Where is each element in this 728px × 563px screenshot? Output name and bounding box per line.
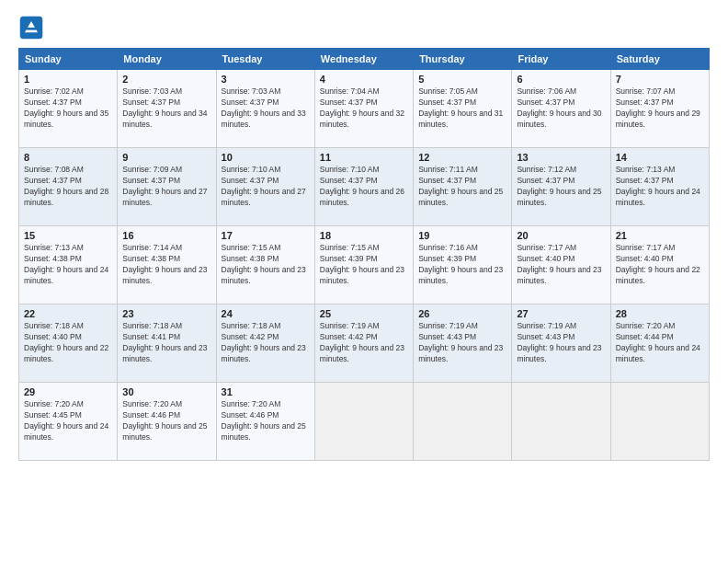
day-number: 2 [122,74,210,85]
week-row-3: 15 Sunrise: 7:13 AM Sunset: 4:38 PM Dayl… [19,226,710,304]
day-cell: 21 Sunrise: 7:17 AM Sunset: 4:40 PM Dayl… [610,226,709,304]
day-number: 10 [222,152,310,163]
day-number: 13 [517,152,605,163]
day-cell [314,383,413,461]
day-number: 26 [418,308,506,319]
day-cell: 18 Sunrise: 7:15 AM Sunset: 4:39 PM Dayl… [314,226,413,304]
day-number: 31 [222,386,310,397]
header-cell-wednesday: Wednesday [314,49,413,70]
day-info: Sunrise: 7:20 AM Sunset: 4:44 PM Dayligh… [616,321,704,365]
day-number: 29 [24,386,112,397]
day-info: Sunrise: 7:20 AM Sunset: 4:45 PM Dayligh… [24,399,112,443]
svg-rect-2 [27,28,37,30]
day-cell: 23 Sunrise: 7:18 AM Sunset: 4:41 PM Dayl… [118,304,216,383]
day-cell: 24 Sunrise: 7:18 AM Sunset: 4:42 PM Dayl… [216,304,314,383]
day-number: 15 [24,230,112,241]
day-cell: 5 Sunrise: 7:05 AM Sunset: 4:37 PM Dayli… [414,70,512,148]
day-info: Sunrise: 7:15 AM Sunset: 4:38 PM Dayligh… [222,243,310,287]
day-number: 16 [122,230,210,241]
header-cell-sunday: Sunday [19,49,118,70]
day-info: Sunrise: 7:14 AM Sunset: 4:38 PM Dayligh… [122,243,210,287]
day-cell [610,383,709,461]
day-cell: 28 Sunrise: 7:20 AM Sunset: 4:44 PM Dayl… [610,304,709,383]
header-cell-friday: Friday [512,49,610,70]
day-info: Sunrise: 7:08 AM Sunset: 4:37 PM Dayligh… [24,165,112,209]
header [18,15,710,40]
day-info: Sunrise: 7:10 AM Sunset: 4:37 PM Dayligh… [222,165,310,209]
week-row-4: 22 Sunrise: 7:18 AM Sunset: 4:40 PM Dayl… [19,304,710,383]
day-number: 22 [24,308,112,319]
day-number: 23 [122,308,210,319]
day-cell [414,383,512,461]
day-cell: 30 Sunrise: 7:20 AM Sunset: 4:46 PM Dayl… [118,383,216,461]
day-cell: 9 Sunrise: 7:09 AM Sunset: 4:37 PM Dayli… [118,148,216,226]
day-info: Sunrise: 7:07 AM Sunset: 4:37 PM Dayligh… [616,86,704,131]
header-cell-saturday: Saturday [610,49,709,70]
day-number: 11 [320,152,408,163]
day-info: Sunrise: 7:19 AM Sunset: 4:42 PM Dayligh… [320,321,408,365]
header-cell-tuesday: Tuesday [216,49,314,70]
day-cell [512,383,610,461]
day-cell: 31 Sunrise: 7:20 AM Sunset: 4:46 PM Dayl… [216,383,314,461]
day-cell: 13 Sunrise: 7:12 AM Sunset: 4:37 PM Dayl… [512,148,610,226]
calendar-body: 1 Sunrise: 7:02 AM Sunset: 4:37 PM Dayli… [19,70,710,461]
day-number: 6 [517,74,605,85]
day-info: Sunrise: 7:04 AM Sunset: 4:37 PM Dayligh… [320,86,408,131]
day-info: Sunrise: 7:18 AM Sunset: 4:42 PM Dayligh… [222,321,310,365]
day-cell: 6 Sunrise: 7:06 AM Sunset: 4:37 PM Dayli… [512,70,610,148]
day-info: Sunrise: 7:05 AM Sunset: 4:37 PM Dayligh… [418,86,506,131]
page: SundayMondayTuesdayWednesdayThursdayFrid… [0,0,728,563]
day-number: 5 [418,74,506,85]
calendar-header: SundayMondayTuesdayWednesdayThursdayFrid… [19,49,710,70]
day-info: Sunrise: 7:15 AM Sunset: 4:39 PM Dayligh… [320,243,408,287]
day-cell: 19 Sunrise: 7:16 AM Sunset: 4:39 PM Dayl… [414,226,512,304]
day-number: 24 [222,308,310,319]
day-number: 14 [616,152,704,163]
day-info: Sunrise: 7:17 AM Sunset: 4:40 PM Dayligh… [616,243,704,287]
day-number: 4 [320,74,408,85]
day-info: Sunrise: 7:06 AM Sunset: 4:37 PM Dayligh… [517,86,605,131]
day-cell: 20 Sunrise: 7:17 AM Sunset: 4:40 PM Dayl… [512,226,610,304]
day-cell: 25 Sunrise: 7:19 AM Sunset: 4:42 PM Dayl… [314,304,413,383]
day-cell: 17 Sunrise: 7:15 AM Sunset: 4:38 PM Dayl… [216,226,314,304]
day-cell: 3 Sunrise: 7:03 AM Sunset: 4:37 PM Dayli… [216,70,314,148]
day-number: 20 [517,230,605,241]
day-cell: 27 Sunrise: 7:19 AM Sunset: 4:43 PM Dayl… [512,304,610,383]
day-info: Sunrise: 7:17 AM Sunset: 4:40 PM Dayligh… [517,243,605,287]
day-cell: 1 Sunrise: 7:02 AM Sunset: 4:37 PM Dayli… [19,70,118,148]
day-number: 21 [616,230,704,241]
day-info: Sunrise: 7:16 AM Sunset: 4:39 PM Dayligh… [418,243,506,287]
day-number: 17 [222,230,310,241]
day-cell: 7 Sunrise: 7:07 AM Sunset: 4:37 PM Dayli… [610,70,709,148]
day-info: Sunrise: 7:11 AM Sunset: 4:37 PM Dayligh… [418,165,506,209]
logo-icon [18,15,44,40]
day-cell: 26 Sunrise: 7:19 AM Sunset: 4:43 PM Dayl… [414,304,512,383]
week-row-2: 8 Sunrise: 7:08 AM Sunset: 4:37 PM Dayli… [19,148,710,226]
day-info: Sunrise: 7:20 AM Sunset: 4:46 PM Dayligh… [222,399,310,443]
day-number: 7 [616,74,704,85]
week-row-1: 1 Sunrise: 7:02 AM Sunset: 4:37 PM Dayli… [19,70,710,148]
day-number: 12 [418,152,506,163]
day-cell: 16 Sunrise: 7:14 AM Sunset: 4:38 PM Dayl… [118,226,216,304]
day-info: Sunrise: 7:13 AM Sunset: 4:37 PM Dayligh… [616,165,704,209]
day-info: Sunrise: 7:12 AM Sunset: 4:37 PM Dayligh… [517,165,605,209]
day-info: Sunrise: 7:18 AM Sunset: 4:40 PM Dayligh… [24,321,112,365]
day-info: Sunrise: 7:09 AM Sunset: 4:37 PM Dayligh… [122,165,210,209]
day-cell: 29 Sunrise: 7:20 AM Sunset: 4:45 PM Dayl… [19,383,118,461]
day-cell: 15 Sunrise: 7:13 AM Sunset: 4:38 PM Dayl… [19,226,118,304]
day-info: Sunrise: 7:13 AM Sunset: 4:38 PM Dayligh… [24,243,112,287]
day-number: 28 [616,308,704,319]
day-cell: 12 Sunrise: 7:11 AM Sunset: 4:37 PM Dayl… [414,148,512,226]
day-number: 19 [418,230,506,241]
day-info: Sunrise: 7:19 AM Sunset: 4:43 PM Dayligh… [418,321,506,365]
day-info: Sunrise: 7:18 AM Sunset: 4:41 PM Dayligh… [122,321,210,365]
day-number: 30 [122,386,210,397]
day-info: Sunrise: 7:19 AM Sunset: 4:43 PM Dayligh… [517,321,605,365]
day-cell: 4 Sunrise: 7:04 AM Sunset: 4:37 PM Dayli… [314,70,413,148]
header-cell-thursday: Thursday [414,49,512,70]
day-cell: 10 Sunrise: 7:10 AM Sunset: 4:37 PM Dayl… [216,148,314,226]
header-row: SundayMondayTuesdayWednesdayThursdayFrid… [19,49,710,70]
day-number: 25 [320,308,408,319]
day-info: Sunrise: 7:02 AM Sunset: 4:37 PM Dayligh… [24,86,112,131]
day-cell: 11 Sunrise: 7:10 AM Sunset: 4:37 PM Dayl… [314,148,413,226]
